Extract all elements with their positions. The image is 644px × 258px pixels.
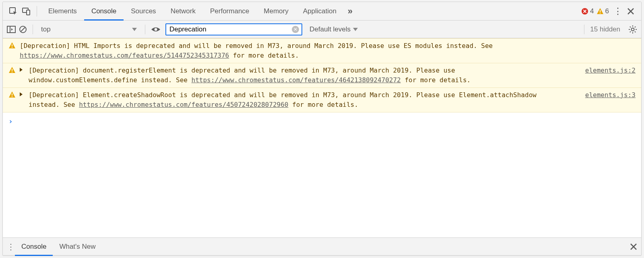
svg-rect-23	[12, 94, 12, 96]
error-count: 4	[590, 7, 594, 15]
warning-icon	[8, 41, 17, 60]
svg-line-18	[635, 26, 636, 27]
tab-network[interactable]: Network	[163, 2, 203, 20]
tab-label: Sources	[131, 7, 156, 15]
filter-text-field[interactable]	[169, 25, 292, 34]
prompt-glyph: ›	[8, 117, 13, 125]
tab-label: Performance	[210, 7, 249, 15]
tab-label: Console	[91, 7, 116, 15]
console-warning-row[interactable]: [Deprecation] HTML Imports is deprecated…	[3, 38, 641, 63]
svg-line-17	[630, 31, 631, 32]
execution-context-selector[interactable]: top	[39, 25, 139, 33]
console-prompt[interactable]: ›	[3, 112, 641, 130]
console-filter-input[interactable]: ✕	[165, 23, 302, 35]
drawer-tab-whats-new[interactable]: What's New	[53, 238, 102, 256]
svg-rect-24	[12, 96, 12, 97]
expand-toggle-icon[interactable]	[20, 66, 25, 85]
svg-point-9	[155, 28, 157, 31]
devtools-drawer: ⋮ Console What's New	[3, 237, 641, 255]
message-link[interactable]: https://www.chromestatus.com/features/46…	[192, 76, 401, 84]
console-warning-row[interactable]: [Deprecation] document.registerElement i…	[3, 63, 641, 88]
drawer-kebab-icon[interactable]: ⋮	[7, 242, 15, 252]
chevron-down-icon	[353, 28, 358, 31]
message-source-link[interactable]: elements.js:3	[585, 91, 636, 99]
console-messages: [Deprecation] HTML Imports is deprecated…	[3, 38, 641, 237]
warning-count: 6	[605, 7, 609, 15]
kebab-menu-icon[interactable]: ⋮	[611, 5, 624, 18]
svg-rect-4	[600, 10, 601, 12]
svg-line-16	[635, 31, 636, 32]
error-badge[interactable]: 4	[581, 7, 594, 15]
tab-label: Application	[303, 7, 336, 15]
hidden-messages-count[interactable]: 15 hidden	[590, 25, 620, 33]
tab-console[interactable]: Console	[84, 2, 124, 20]
expand-toggle-icon[interactable]	[20, 90, 25, 110]
tab-performance[interactable]: Performance	[203, 2, 256, 20]
message-text: [Deprecation] document.registerElement i…	[29, 66, 564, 85]
console-warning-row[interactable]: [Deprecation] Element.createShadowRoot i…	[3, 87, 641, 112]
levels-label: Default levels	[310, 25, 351, 33]
inspect-element-icon[interactable]	[7, 5, 20, 18]
clear-filter-icon[interactable]: ✕	[292, 26, 299, 33]
more-tabs-icon[interactable]: »	[344, 5, 357, 18]
tab-elements[interactable]: Elements	[41, 2, 84, 20]
warning-icon	[8, 66, 17, 85]
svg-rect-19	[12, 44, 12, 46]
context-label: top	[41, 25, 51, 33]
svg-line-15	[630, 26, 631, 27]
tab-label: Network	[171, 7, 196, 15]
tab-sources[interactable]: Sources	[124, 2, 163, 20]
svg-rect-21	[12, 69, 12, 71]
console-toolbar: top ✕ Default levels 15 hidden	[3, 21, 641, 38]
message-source-link[interactable]: elements.js:2	[585, 67, 636, 74]
live-expression-icon[interactable]	[151, 26, 162, 33]
log-levels-selector[interactable]: Default levels	[310, 25, 358, 33]
message-link[interactable]: https://www.chromestatus.com/features/45…	[79, 101, 288, 108]
device-toolbar-icon[interactable]	[20, 5, 33, 18]
toggle-sidebar-icon[interactable]	[7, 25, 16, 33]
drawer-tab-console[interactable]: Console	[15, 238, 53, 256]
svg-rect-2	[27, 10, 30, 15]
clear-console-icon[interactable]	[19, 25, 27, 33]
warning-badge[interactable]: 6	[597, 7, 609, 15]
message-text: [Deprecation] Element.createShadowRoot i…	[29, 90, 564, 110]
warning-icon	[8, 90, 17, 110]
svg-rect-20	[12, 47, 12, 48]
close-devtools-icon[interactable]	[624, 5, 637, 18]
devtools-tabstrip: Elements Console Sources Network Perform…	[3, 2, 641, 21]
message-text: [Deprecation] HTML Imports is deprecated…	[20, 41, 636, 60]
chevron-down-icon	[132, 28, 137, 31]
svg-rect-22	[12, 72, 12, 73]
svg-rect-7	[7, 26, 10, 33]
tab-label: Elements	[48, 7, 77, 15]
drawer-tab-label: What's New	[59, 243, 95, 251]
svg-rect-5	[600, 12, 601, 13]
tab-application[interactable]: Application	[296, 2, 344, 20]
message-link[interactable]: https://www.chromestatus.com/features/51…	[20, 52, 229, 59]
svg-point-10	[632, 28, 634, 31]
tab-label: Memory	[264, 7, 288, 15]
tab-memory[interactable]: Memory	[256, 2, 295, 20]
console-settings-icon[interactable]	[628, 25, 637, 34]
drawer-tab-label: Console	[21, 243, 46, 251]
close-drawer-icon[interactable]	[630, 243, 637, 250]
